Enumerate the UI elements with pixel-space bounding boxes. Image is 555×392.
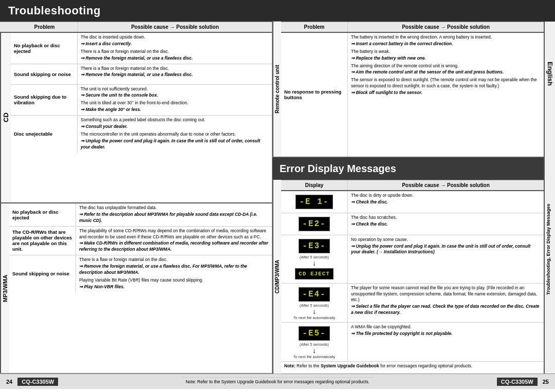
table-row: No playback or disc ejected The disc has… (9, 203, 272, 227)
left-th-solution: Possible cause → Possible solution (78, 22, 272, 32)
table-row: -E2- The disc has scratches. Check the d… (281, 213, 544, 235)
model-left: CQ-C3305W (17, 378, 58, 386)
solution-cell: Something such as a peeled label obstruc… (78, 116, 272, 152)
cd-section-inner: No playback or disc ejected The disc is … (11, 33, 272, 202)
error-th-solution: Possible cause → Possible solution (348, 180, 544, 190)
remote-section-label: Remote control unit (272, 22, 281, 157)
table-row: No playback or disc ejected The disc is … (11, 33, 272, 64)
error-display-cell: -E3- (After 5 seconds) ↓ CD EJECT (281, 235, 348, 283)
model-right: CQ-C3305W (497, 378, 538, 386)
table-row: -E4- (After 5 seconds) ↓ To next file au… (281, 284, 544, 323)
solution-cell: The player for some reason cannot read t… (348, 284, 544, 322)
problem-cell: The CD-R/RWs that are playable on other … (9, 227, 76, 255)
cdmp3-section-label: CD/MP3/WMA (272, 180, 281, 374)
problem-cell: No playback or disc ejected (9, 203, 76, 226)
right-sidebars: English Troubleshooting, Error Display M… (544, 22, 555, 374)
problem-cell: Sound skipping or noise (9, 255, 76, 292)
error-code-e3: -E3- (299, 239, 329, 253)
error-section: Error Display Messages CD/MP3/WMA Displa… (272, 158, 544, 374)
remote-section: Remote control unit Problem Possible cau… (272, 22, 544, 158)
table-row: The CD-R/RWs that are playable on other … (9, 227, 272, 256)
error-section-title: Error Display Messages (272, 158, 544, 180)
remote-th-problem: Problem (281, 22, 348, 32)
solution-cell: There is a flaw or foreign material on t… (78, 64, 272, 84)
error-display-cell: -E5- (After 5 seconds) ↓ To next file au… (281, 323, 348, 361)
problem-cell: Disc unejectable (11, 116, 78, 152)
left-th-problem: Problem (11, 22, 78, 32)
table-row: Sound skipping or noise There is a flaw … (11, 64, 272, 85)
footer: 24 CQ-C3305W Note: Refer to the System U… (0, 374, 555, 389)
error-code-e2: -E2- (299, 217, 329, 231)
error-display-cell: -E 1- (281, 191, 348, 213)
solution-cell: The playability of some CD-R/RWs may dep… (76, 227, 272, 255)
table-row: Sound skipping or noise There is a flaw … (9, 255, 272, 292)
error-th-display: Display (281, 180, 348, 190)
table-row: No response to pressing buttons The batt… (281, 33, 544, 157)
solution-cell: A WMA file can be copyrighted. The file … (348, 323, 544, 361)
footer-right: CQ-C3305W 25 (497, 378, 549, 386)
error-code-e4: -E4- (299, 287, 329, 302)
problem-cell: No response to pressing buttons (281, 33, 348, 157)
note-text: Note: Refer to the System Upgrade Guideb… (281, 361, 544, 370)
cd-section: CD No playback or disc ejected The disc … (0, 33, 272, 203)
cd-section-label: CD (0, 33, 11, 202)
solution-cell: The disc is dirty or upside down. Check … (348, 191, 544, 213)
problem-cell: Sound skipping due to vibration (11, 85, 78, 116)
mp3-section-inner: No playback or disc ejected The disc has… (9, 203, 272, 373)
error-table-header: Display Possible cause → Possible soluti… (281, 180, 544, 191)
main-content: Problem Possible cause → Possible soluti… (0, 22, 555, 374)
solution-cell: The battery is inserted in the wrong dir… (348, 33, 544, 157)
mp3-section: MP3/WMA No playback or disc ejected The … (0, 203, 272, 374)
table-row: Sound skipping due to vibration The unit… (11, 85, 272, 116)
page-number-right: 25 (543, 379, 549, 385)
table-row: -E3- (After 5 seconds) ↓ CD EJECT No ope… (281, 235, 544, 284)
page-title: Troubleshooting (8, 4, 101, 17)
table-row: -E 1- The disc is dirty or upside down. … (281, 191, 544, 213)
mp3-section-label: MP3/WMA (0, 203, 9, 373)
footer-note: Note: Refer to the System Upgrade Guideb… (182, 379, 373, 384)
problem-cell: No playback or disc ejected (11, 33, 78, 64)
troubleshooting-error-label: Troubleshooting, Error Display Messages (545, 125, 555, 374)
table-row: Disc unejectable Something such as a pee… (11, 116, 272, 152)
footer-left: 24 CQ-C3305W (6, 378, 58, 386)
solution-cell: There is a flaw or foreign material on t… (76, 255, 272, 292)
page-header: Troubleshooting (0, 0, 555, 22)
page-wrapper: Troubleshooting Problem Possible cause →… (0, 0, 555, 389)
right-content: Remote control unit Problem Possible cau… (272, 22, 544, 374)
error-code-e5: -E5- (299, 326, 329, 341)
remote-section-inner: Problem Possible cause → Possible soluti… (281, 22, 544, 157)
problem-cell: Sound skipping or noise (11, 64, 78, 84)
table-row: -E5- (After 5 seconds) ↓ To next file au… (281, 323, 544, 361)
remote-table-header: Problem Possible cause → Possible soluti… (281, 22, 544, 33)
error-section-body: CD/MP3/WMA Display Possible cause → Poss… (272, 180, 544, 374)
solution-cell: The disc has scratches. Check the disc. (348, 213, 544, 235)
error-code-eject: CD EJECT (295, 268, 334, 279)
solution-cell: No operation by some cause. Unplug the p… (348, 235, 544, 283)
page-number-left: 24 (6, 379, 12, 385)
error-display-cell: -E4- (After 5 seconds) ↓ To next file au… (281, 284, 348, 322)
right-panel: Remote control unit Problem Possible cau… (272, 22, 555, 374)
error-section-inner: Display Possible cause → Possible soluti… (281, 180, 544, 374)
remote-th-solution: Possible cause → Possible solution (348, 22, 544, 32)
left-panel: Problem Possible cause → Possible soluti… (0, 22, 272, 374)
error-code-e1: -E 1- (295, 195, 332, 209)
english-label: English (545, 22, 555, 125)
solution-cell: The disc is inserted upside down. Insert… (78, 33, 272, 64)
error-display-cell: -E2- (281, 213, 348, 235)
solution-cell: The disc has unplayable formatted data. … (76, 203, 272, 226)
left-table-header: Problem Possible cause → Possible soluti… (0, 22, 272, 33)
solution-cell: The unit is not sufficiently secured. Se… (78, 85, 272, 116)
